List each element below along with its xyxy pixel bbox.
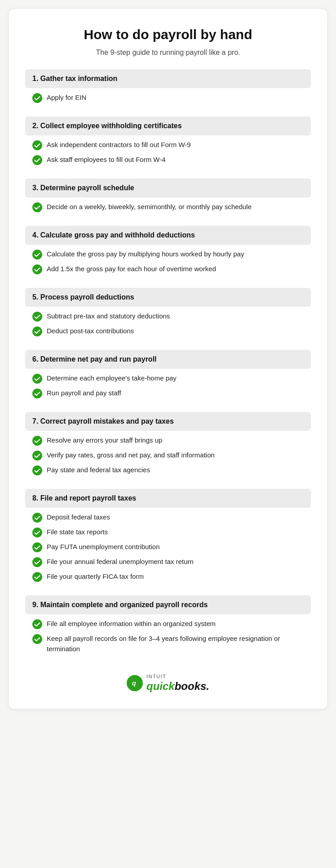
checkmark-icon	[32, 374, 42, 384]
section-3: 3. Determine payroll scheduleDecide on a…	[25, 179, 311, 219]
checkmark-icon	[32, 619, 42, 629]
svg-point-17	[32, 572, 42, 582]
checkmark-icon	[32, 202, 42, 212]
list-item: Deduct post-tax contributions	[32, 326, 304, 336]
list-item-text: Run payroll and pay staff	[47, 388, 121, 398]
list-item: Resolve any errors your staff brings up	[32, 435, 304, 446]
section-7: 7. Correct payroll mistakes and pay taxe…	[25, 412, 311, 483]
section-heading-2: 2. Collect employee withholding certific…	[25, 116, 311, 135]
section-body-9: File all employee information within an …	[25, 614, 311, 661]
svg-point-1	[32, 140, 42, 150]
list-item-text: Determine each employee's take-home pay	[47, 373, 177, 384]
section-heading-4: 4. Calculate gross pay and withhold dedu…	[25, 226, 311, 245]
list-item: File your quarterly FICA tax form	[32, 572, 304, 582]
checkmark-icon	[32, 634, 42, 644]
section-5: 5. Process payroll deductionsSubtract pr…	[25, 288, 311, 344]
list-item: File all employee information within an …	[32, 619, 304, 629]
list-item: Run payroll and pay staff	[32, 388, 304, 398]
list-item: Calculate the gross pay by multiplying h…	[32, 249, 304, 260]
svg-point-9	[32, 389, 42, 398]
section-heading-1: 1. Gather tax information	[25, 69, 311, 88]
list-item: Deposit federal taxes	[32, 512, 304, 523]
checkmark-icon	[32, 312, 42, 322]
page-subtitle: The 9-step guide to running payroll like…	[25, 49, 311, 57]
list-item-text: Deduct post-tax contributions	[47, 326, 134, 336]
section-body-8: Deposit federal taxesFile state tax repo…	[25, 508, 311, 589]
list-item-text: Calculate the gross pay by multiplying h…	[47, 249, 244, 260]
list-item: File state tax reports	[32, 527, 304, 537]
svg-point-15	[32, 542, 42, 552]
section-2: 2. Collect employee withholding certific…	[25, 116, 311, 172]
svg-point-13	[32, 513, 42, 523]
svg-point-19	[32, 634, 42, 644]
list-item-text: Pay state and federal tax agencies	[47, 465, 150, 475]
checkmark-icon	[32, 557, 42, 567]
section-body-7: Resolve any errors your staff brings upV…	[25, 431, 311, 483]
list-item: Verify pay rates, gross and net pay, and…	[32, 450, 304, 461]
list-item-text: Apply for EIN	[47, 93, 86, 103]
checkmark-icon	[32, 572, 42, 582]
footer: q intuit quickbooks.	[25, 674, 311, 693]
svg-point-4	[32, 250, 42, 260]
checkmark-icon	[32, 250, 42, 260]
section-body-2: Ask independent contractors to fill out …	[25, 135, 311, 172]
checkmark-icon	[32, 327, 42, 336]
qb-dot: .	[206, 680, 209, 692]
list-item-text: Verify pay rates, gross and net pay, and…	[47, 450, 215, 461]
list-item-text: File your annual federal unemployment ta…	[47, 557, 194, 567]
section-4: 4. Calculate gross pay and withhold dedu…	[25, 226, 311, 282]
list-item-text: File your quarterly FICA tax form	[47, 572, 144, 582]
main-card: How to do payroll by hand The 9-step gui…	[9, 9, 327, 709]
list-item: Pay FUTA unemployment contribution	[32, 542, 304, 552]
svg-point-3	[32, 202, 42, 212]
svg-point-16	[32, 557, 42, 567]
svg-point-7	[32, 327, 42, 336]
list-item-text: Keep all payroll records on file for 3–4…	[47, 634, 304, 654]
checkmark-icon	[32, 528, 42, 537]
section-1: 1. Gather tax informationApply for EIN	[25, 69, 311, 110]
svg-point-6	[32, 312, 42, 322]
section-heading-6: 6. Determine net pay and run payroll	[25, 350, 311, 369]
checkmark-icon	[32, 542, 42, 552]
svg-point-18	[32, 619, 42, 629]
list-item: Determine each employee's take-home pay	[32, 373, 304, 384]
list-item: Add 1.5x the gross pay for each hour of …	[32, 264, 304, 274]
checkmark-icon	[32, 264, 42, 274]
list-item: Decide on a weekly, biweekly, semimonthl…	[32, 202, 304, 212]
list-item-text: Deposit federal taxes	[47, 512, 110, 523]
list-item-text: Pay FUTA unemployment contribution	[47, 542, 160, 552]
checkmark-icon	[32, 93, 42, 103]
section-9: 9. Maintain complete and organized payro…	[25, 595, 311, 661]
checkmark-icon	[32, 389, 42, 398]
svg-text:q: q	[132, 680, 136, 687]
section-8: 8. File and report payroll taxesDeposit …	[25, 489, 311, 589]
list-item-text: Add 1.5x the gross pay for each hour of …	[47, 264, 216, 274]
list-item-text: File all employee information within an …	[47, 619, 216, 629]
section-heading-5: 5. Process payroll deductions	[25, 288, 311, 307]
list-item-text: Resolve any errors your staff brings up	[47, 435, 162, 446]
checkmark-icon	[32, 513, 42, 523]
checkmark-icon	[32, 451, 42, 461]
qb-green-text: quick	[146, 680, 175, 692]
checkmark-icon	[32, 155, 42, 165]
qb-black-text: books	[175, 680, 207, 692]
section-heading-3: 3. Determine payroll schedule	[25, 179, 311, 197]
svg-point-14	[32, 528, 42, 537]
quickbooks-logo: q intuit quickbooks.	[127, 674, 209, 693]
intuit-label: intuit	[146, 674, 209, 679]
list-item-text: Ask staff employees to fill out Form W-4	[47, 155, 166, 165]
list-item: Ask staff employees to fill out Form W-4	[32, 155, 304, 165]
svg-point-12	[32, 465, 42, 475]
section-heading-9: 9. Maintain complete and organized payro…	[25, 595, 311, 614]
checkmark-icon	[32, 436, 42, 446]
section-body-5: Subtract pre-tax and statutory deduction…	[25, 307, 311, 344]
list-item-text: Subtract pre-tax and statutory deduction…	[47, 311, 170, 322]
svg-point-5	[32, 264, 42, 274]
section-body-6: Determine each employee's take-home payR…	[25, 369, 311, 406]
list-item: File your annual federal unemployment ta…	[32, 557, 304, 567]
list-item: Ask independent contractors to fill out …	[32, 140, 304, 150]
svg-point-0	[32, 93, 42, 103]
qb-brand-text: intuit quickbooks.	[146, 674, 209, 693]
qb-icon: q	[127, 675, 143, 691]
sections-container: 1. Gather tax informationApply for EIN2.…	[25, 69, 311, 661]
